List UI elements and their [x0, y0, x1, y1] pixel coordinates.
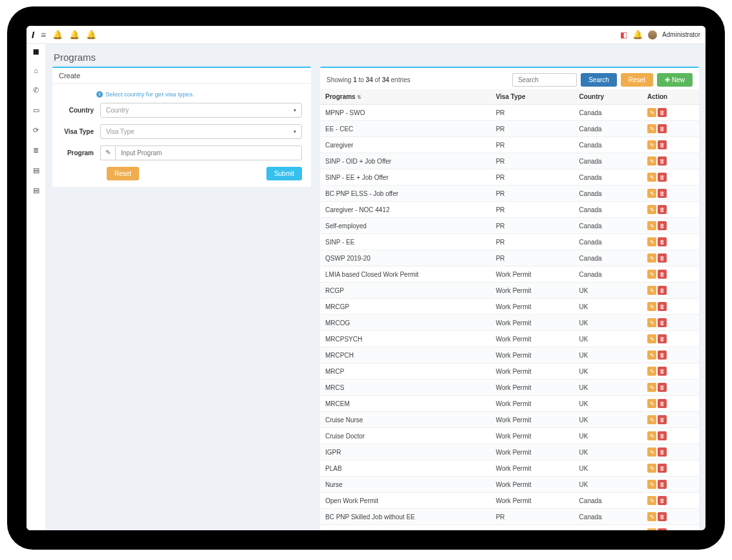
cell-action: ✎🗑: [642, 202, 699, 218]
program-input[interactable]: [115, 145, 302, 160]
visa-type-select[interactable]: Visa Type ▾: [100, 124, 302, 139]
cell-visa: PR: [491, 525, 574, 531]
edit-icon[interactable]: ✎: [647, 156, 656, 166]
edit-icon[interactable]: ✎: [647, 383, 656, 392]
edit-icon[interactable]: ✎: [647, 512, 656, 521]
edit-icon[interactable]: ✎: [647, 302, 656, 311]
card-icon[interactable]: ▭: [33, 106, 39, 114]
edit-icon[interactable]: ✎: [647, 447, 656, 457]
delete-icon[interactable]: 🗑: [658, 237, 667, 246]
cell-visa: PR: [491, 218, 574, 234]
avatar[interactable]: [648, 30, 657, 39]
delete-icon[interactable]: 🗑: [658, 334, 667, 343]
delete-icon[interactable]: 🗑: [658, 367, 667, 376]
delete-icon[interactable]: 🗑: [658, 140, 667, 149]
cell-visa: Work Permit: [491, 477, 574, 493]
edit-icon[interactable]: ✎: [647, 334, 656, 343]
delete-icon[interactable]: 🗑: [658, 124, 667, 133]
edit-icon[interactable]: ✎: [647, 108, 656, 117]
delete-icon[interactable]: 🗑: [658, 431, 667, 440]
search-input[interactable]: [512, 73, 577, 87]
cell-visa: PR: [491, 121, 574, 137]
edit-icon[interactable]: ✎: [647, 399, 656, 408]
edit-icon[interactable]: ✎: [647, 140, 656, 149]
bell-icon[interactable]: 🔔: [69, 30, 80, 39]
delete-icon[interactable]: 🗑: [658, 173, 667, 182]
cell-country: UK: [574, 331, 642, 347]
edit-icon[interactable]: ✎: [647, 318, 656, 327]
delete-icon[interactable]: 🗑: [658, 205, 667, 214]
delete-icon[interactable]: 🗑: [658, 496, 667, 505]
delete-icon[interactable]: 🗑: [658, 447, 667, 457]
edit-icon[interactable]: ✎: [647, 221, 656, 230]
reset-button[interactable]: Reset: [107, 167, 139, 180]
delete-icon[interactable]: 🗑: [658, 464, 667, 473]
table-row: MRCGPWork PermitUK✎🗑: [320, 299, 699, 315]
delete-icon[interactable]: 🗑: [658, 156, 667, 166]
more-icon[interactable]: ▤: [33, 186, 39, 195]
delete-icon[interactable]: 🗑: [658, 399, 667, 408]
edit-icon[interactable]: ✎: [647, 431, 656, 440]
page-icon[interactable]: ▤: [33, 166, 39, 175]
delete-icon[interactable]: 🗑: [658, 253, 667, 263]
search-button[interactable]: Search: [581, 73, 617, 87]
delete-icon[interactable]: 🗑: [658, 528, 667, 530]
edit-icon[interactable]: ✎: [647, 189, 656, 198]
delete-icon[interactable]: 🗑: [658, 302, 667, 311]
refresh-icon[interactable]: ⟳: [33, 126, 39, 135]
chevron-down-icon: ▾: [294, 107, 296, 113]
delete-icon[interactable]: 🗑: [658, 189, 667, 198]
cell-program: MPNP - SWO: [320, 105, 491, 121]
delete-icon[interactable]: 🗑: [658, 383, 667, 392]
delete-icon[interactable]: 🗑: [658, 270, 667, 279]
cell-country: Canada: [574, 493, 642, 509]
edit-icon[interactable]: ✎: [647, 367, 656, 376]
delete-icon[interactable]: 🗑: [658, 286, 667, 295]
cell-program: QSWP 2019-20: [320, 250, 491, 266]
col-country[interactable]: Country: [574, 89, 642, 105]
edit-icon[interactable]: ✎: [647, 205, 656, 214]
list-icon[interactable]: ≣: [33, 146, 39, 155]
home-icon[interactable]: ⌂: [34, 67, 38, 74]
col-programs[interactable]: Programs⇅: [320, 89, 491, 105]
edit-icon[interactable]: ✎: [647, 173, 656, 182]
edit-icon[interactable]: ✎: [647, 528, 656, 530]
delete-icon[interactable]: 🗑: [658, 415, 667, 424]
menu-toggle-icon[interactable]: ≡: [41, 30, 46, 40]
table-row: QSWP 2019-20PRCanada✎🗑: [320, 250, 699, 266]
notification-badge-icon[interactable]: ◧: [620, 30, 627, 39]
edit-icon[interactable]: ✎: [647, 350, 656, 360]
edit-icon[interactable]: ✎: [647, 237, 656, 246]
edit-icon[interactable]: ✎: [647, 496, 656, 505]
delete-icon[interactable]: 🗑: [658, 221, 667, 230]
edit-icon[interactable]: ✎: [647, 286, 656, 295]
col-visa[interactable]: Visa Type: [491, 89, 574, 105]
phone-icon[interactable]: ✆: [33, 86, 39, 94]
cell-visa: Work Permit: [491, 412, 574, 428]
country-select-value: Country: [106, 107, 129, 114]
country-select[interactable]: Country ▾: [100, 103, 302, 118]
cell-visa: Work Permit: [491, 283, 574, 299]
delete-icon[interactable]: 🗑: [658, 350, 667, 360]
edit-icon[interactable]: ✎: [647, 270, 656, 279]
delete-icon[interactable]: 🗑: [658, 480, 667, 489]
edit-icon[interactable]: ✎: [647, 415, 656, 424]
edit-icon[interactable]: ✎: [647, 480, 656, 489]
new-button[interactable]: ✚ New: [657, 73, 693, 87]
edit-icon[interactable]: ✎: [647, 124, 656, 133]
cell-action: ✎🗑: [642, 105, 699, 121]
edit-icon[interactable]: ✎: [647, 253, 656, 263]
list-reset-button[interactable]: Reset: [621, 73, 653, 87]
cell-program: Open Work Permit: [320, 493, 491, 509]
admin-label[interactable]: Administrator: [662, 31, 700, 38]
bell-icon[interactable]: 🔔: [86, 30, 96, 39]
bell-icon[interactable]: 🔔: [632, 30, 643, 39]
delete-icon[interactable]: 🗑: [658, 108, 667, 117]
edit-icon[interactable]: ✎: [647, 464, 656, 473]
bell-icon[interactable]: 🔔: [52, 30, 63, 39]
delete-icon[interactable]: 🗑: [658, 512, 667, 521]
delete-icon[interactable]: 🗑: [658, 318, 667, 327]
entries-tail: entries: [389, 76, 411, 83]
cell-country: Canada: [574, 234, 642, 250]
submit-button[interactable]: Submit: [266, 167, 302, 180]
